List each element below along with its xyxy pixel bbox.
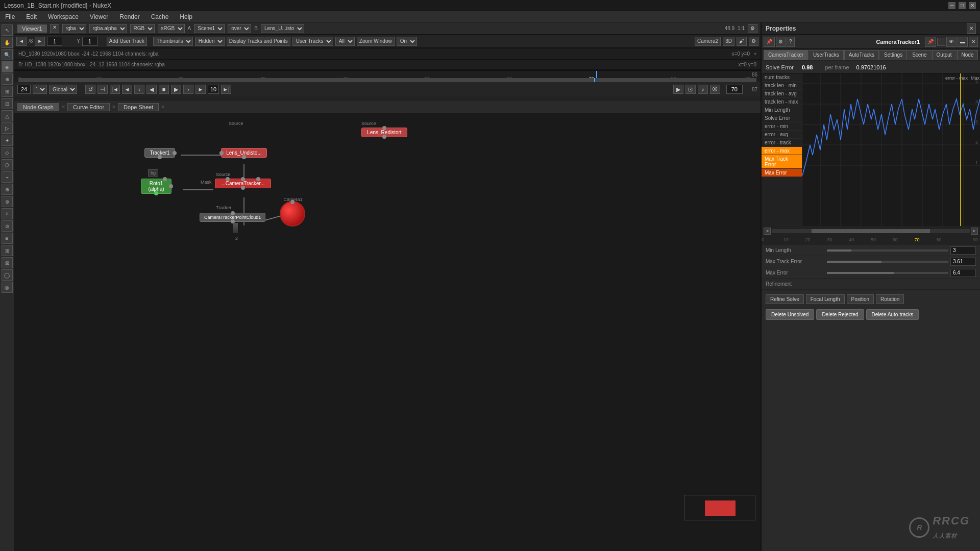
props-close2-btn[interactable]: ✕ [969,37,978,47]
lens-select[interactable]: Lens_U...isto [261,24,304,33]
mark-in-btn[interactable]: ⊣ [97,85,108,94]
first-frame-btn[interactable]: |◄ [110,85,120,94]
global-select[interactable]: Global [49,85,77,94]
thumbnails-select[interactable]: Thumbnails [153,37,193,46]
graph-item-solve-error[interactable]: Solve Error [762,114,802,122]
delete-unsolved-btn[interactable]: Delete Unsolved [766,309,814,320]
display-tracks-btn[interactable]: Display Tracks and Points [227,37,290,46]
reset-btn[interactable]: ↺ [85,85,95,94]
scene-select[interactable]: Scene1 [194,24,225,33]
tool-9[interactable]: ▷ [2,122,13,134]
ce-tab-close[interactable]: ✕ [112,104,116,110]
graph-item-error-max[interactable]: error - max [762,147,802,155]
add-user-track-btn[interactable]: Add User Track [107,37,147,46]
graph-item-track-len-min[interactable]: track len - min [762,82,802,90]
nodegraph-canvas[interactable]: Source Lens_Redistort Source Tracker1 [14,113,761,551]
tool-8[interactable]: △ [2,110,13,121]
props-vis-btn[interactable]: 👁 [946,37,957,47]
viewer-tab-close[interactable]: ✕ [50,24,59,33]
tool-13[interactable]: ⌁ [2,171,13,183]
node-camera1[interactable] [280,201,305,227]
props-close-btn[interactable]: ✕ [967,23,976,34]
menu-help[interactable]: Help [178,12,194,21]
graph-item-track-len-max[interactable]: track len - max [762,98,802,106]
ct-graph-scrollbar[interactable]: ◄ ► [762,227,980,235]
prev-frame-btn2[interactable]: ◄ [122,85,132,94]
menu-viewer[interactable]: Viewer [88,12,110,21]
ds-tab-close[interactable]: ✕ [161,104,165,110]
next-single-btn[interactable]: › [183,85,193,94]
tool-16[interactable]: ⌗ [2,208,13,219]
graph-item-max-error[interactable]: Max Error [762,169,802,177]
tool-11[interactable]: ◇ [2,147,13,158]
menu-workspace[interactable]: Workspace [46,12,81,21]
tab-dope-sheet[interactable]: Dope Sheet [118,103,159,111]
tool-21[interactable]: ◯ [2,269,13,281]
3d-btn[interactable]: 3D [723,37,734,46]
loop-btn[interactable]: ⊡ [685,85,696,94]
max-error-input[interactable] [950,269,976,277]
graph-item-num-tracks[interactable]: num tracks [762,73,802,82]
tab-curve-editor[interactable]: Curve Editor [67,103,110,111]
tool-20[interactable]: ⊠ [2,257,13,268]
over-select[interactable]: over [228,24,251,33]
play-reverse-btn[interactable]: ◀ [146,85,157,94]
max-track-error-slider[interactable] [827,258,976,266]
max-error-slider[interactable] [827,269,976,277]
min-length-input[interactable] [950,246,976,255]
position-btn[interactable]: Position [847,294,874,304]
ct-tab-camera[interactable]: CameraTracker [764,50,808,60]
ng-tab-close[interactable]: ✕ [61,104,65,110]
maximize-button[interactable]: □ [959,2,966,9]
menu-edit[interactable]: Edit [24,12,39,21]
prev-frame-btn[interactable]: ◄ [16,37,27,46]
prev-single-btn[interactable]: ‹ [134,85,144,94]
close-button[interactable]: ✕ [969,2,976,9]
zoom-window-val-select[interactable]: On [397,37,417,46]
max-track-error-input[interactable] [950,258,976,266]
play-btn[interactable]: ▶ [171,85,181,94]
ct-tab-node[interactable]: Node [957,50,978,60]
fps-input[interactable] [17,85,31,94]
minimize-button[interactable]: ─ [948,2,955,9]
viewer1-tab[interactable]: Viewer1 [17,24,47,33]
settings-btn[interactable]: ⚙ [748,24,757,33]
channel-alpha-select[interactable]: rgba.alpha [89,24,127,33]
tool-19[interactable]: ⊞ [2,245,13,256]
timeline-ruler[interactable]: 0 10 20 30 40 50 60 70 80 86 [14,71,761,82]
tool-7[interactable]: ⊟ [2,98,13,109]
y-input[interactable] [82,37,97,46]
max-track-error-slider-track[interactable] [827,261,948,263]
zoom-window-btn[interactable]: Zoom Window [357,37,395,46]
focal-length-btn[interactable]: Focal Length [806,294,845,304]
props-color-btn[interactable] [937,38,945,46]
tool-zoom[interactable]: 🔍 [2,49,13,60]
next-frame-btn[interactable]: ► [35,37,45,46]
min-length-slider-track[interactable] [827,249,948,252]
tool-active[interactable]: ◈ [2,61,13,72]
tool-18[interactable]: ≡ [2,233,13,244]
user-tracks-select[interactable]: User Tracks [292,37,333,46]
tool-12[interactable]: ⬡ [2,159,13,170]
node-lens-redistort[interactable]: Lens_Redistort [361,128,407,137]
frame-input[interactable] [47,37,62,46]
max-error-slider-track[interactable] [827,272,948,274]
pin-btn[interactable]: 📌 [764,37,775,47]
props-pin2-btn[interactable]: 📌 [925,37,936,47]
channel-select[interactable]: rgba [62,24,86,33]
next-frame-btn2[interactable]: ► [195,85,206,94]
graph-item-error-min[interactable]: error - min [762,122,802,131]
tool-6[interactable]: ⊞ [2,86,13,97]
tool-10[interactable]: ✦ [2,135,13,146]
ct-tab-output[interactable]: Output [932,50,957,60]
node-ct-pointcloud[interactable]: CameraTrackerPointCloud1 [200,213,265,222]
tool-22[interactable]: ◎ [2,282,13,293]
graph-scroll-left[interactable]: ◄ [764,228,771,235]
props-settings-btn[interactable]: ⚙ [776,37,786,47]
min-length-slider[interactable] [827,246,976,255]
tool-17[interactable]: ⊘ [2,220,13,232]
current-frame-input[interactable] [726,85,743,94]
props-help-btn[interactable]: ? [787,37,795,47]
graph-item-min-length[interactable]: Min Length [762,106,802,114]
stop-btn[interactable]: ■ [159,85,169,94]
